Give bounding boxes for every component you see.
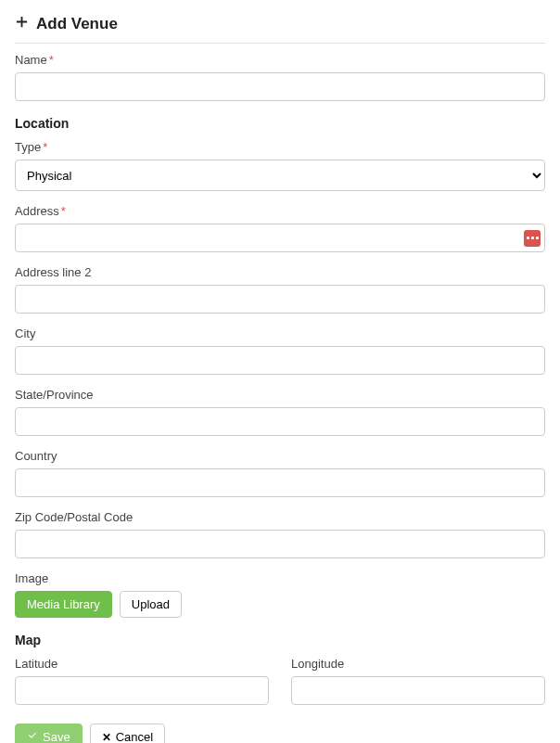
upload-button[interactable]: Upload <box>120 591 182 618</box>
state-label: State/Province <box>15 388 545 402</box>
longitude-label: Longitude <box>291 657 545 671</box>
zip-input[interactable] <box>15 530 545 558</box>
latitude-input[interactable] <box>15 676 269 705</box>
page-title-text: Add Venue <box>36 15 118 33</box>
city-label: City <box>15 327 545 340</box>
close-icon: ✕ <box>102 731 111 744</box>
address2-label: Address line 2 <box>15 265 545 279</box>
map-heading: Map <box>15 633 545 647</box>
zip-label: Zip Code/Postal Code <box>15 510 545 524</box>
cancel-button[interactable]: ✕ Cancel <box>90 724 165 743</box>
country-input[interactable] <box>15 468 545 497</box>
address2-input[interactable] <box>15 285 545 314</box>
name-input[interactable] <box>15 72 545 101</box>
page-title: Add Venue <box>15 15 545 44</box>
name-label: Name* <box>15 53 545 67</box>
save-button[interactable]: Save <box>15 724 83 743</box>
check-icon <box>27 730 38 743</box>
type-label: Type* <box>15 140 545 154</box>
state-input[interactable] <box>15 407 545 436</box>
plus-icon <box>15 15 29 33</box>
address-input[interactable] <box>15 224 545 252</box>
latitude-label: Latitude <box>15 657 269 671</box>
ellipsis-icon[interactable] <box>524 230 541 247</box>
image-label: Image <box>15 571 545 585</box>
type-select[interactable]: Physical <box>15 160 545 191</box>
longitude-input[interactable] <box>291 676 545 705</box>
city-input[interactable] <box>15 346 545 375</box>
location-heading: Location <box>15 116 545 131</box>
address-label: Address* <box>15 204 545 218</box>
media-library-button[interactable]: Media Library <box>15 591 112 618</box>
country-label: Country <box>15 449 545 463</box>
